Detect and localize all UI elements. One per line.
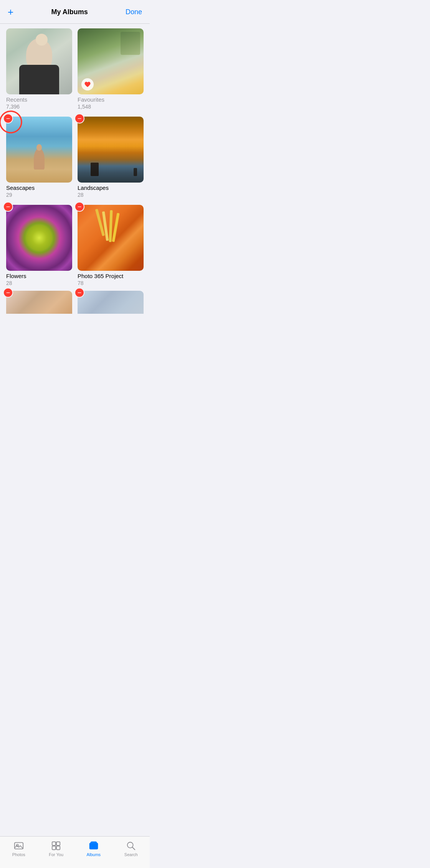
- album-thumbnail-landscapes: [78, 117, 144, 183]
- page-title: My Albums: [51, 8, 88, 16]
- delete-button-photo365[interactable]: −: [74, 202, 84, 212]
- delete-button-partial-right[interactable]: −: [74, 288, 84, 298]
- album-count-favourites: 1,548: [78, 104, 144, 110]
- album-photo365[interactable]: − Photo 365 Project 78: [78, 205, 144, 291]
- add-button[interactable]: +: [8, 6, 13, 18]
- search-icon: [126, 840, 136, 851]
- svg-rect-4: [56, 842, 60, 845]
- album-name-landscapes: Landscapes: [78, 184, 144, 191]
- album-count-landscapes: 28: [78, 192, 144, 198]
- tab-albums-label: Albums: [86, 852, 101, 857]
- svg-rect-1: [15, 843, 23, 849]
- tab-photos-label: Photos: [12, 852, 25, 857]
- album-count-seascapes: 29: [6, 192, 72, 198]
- album-name-flowers: Flowers: [6, 273, 72, 279]
- album-count-recents: 7,396: [6, 104, 72, 110]
- albums-grid: Recents 7,396 Favourites 1,548 −: [0, 24, 150, 291]
- album-thumb-partial-left: [6, 291, 72, 314]
- delete-button-flowers[interactable]: −: [3, 202, 13, 212]
- album-name-favourites: Favourites: [78, 96, 144, 103]
- album-name-seascapes: Seascapes: [6, 184, 72, 191]
- album-partial-left[interactable]: −: [6, 291, 72, 314]
- album-flowers[interactable]: − Flowers 28: [6, 205, 72, 291]
- heart-badge-favourites: [81, 78, 94, 91]
- album-thumbnail-favourites: [78, 28, 144, 94]
- album-count-flowers: 28: [6, 280, 72, 286]
- done-button[interactable]: Done: [126, 8, 142, 16]
- album-partial-right[interactable]: −: [78, 291, 144, 314]
- album-name-recents: Recents: [6, 96, 72, 103]
- album-thumbnail-seascapes: [6, 117, 72, 183]
- albums-icon: [88, 840, 99, 851]
- tab-photos[interactable]: Photos: [3, 840, 34, 857]
- photos-icon: [13, 840, 24, 851]
- album-count-photo365: 78: [78, 280, 144, 286]
- album-recents[interactable]: Recents 7,396: [6, 28, 72, 114]
- album-favourites[interactable]: Favourites 1,548: [78, 28, 144, 114]
- album-thumbnail-recents: [6, 28, 72, 94]
- svg-line-12: [132, 847, 135, 850]
- tab-for-you-label: For You: [49, 852, 63, 857]
- header: + My Albums Done: [0, 0, 150, 24]
- delete-button-seascapes[interactable]: −: [3, 114, 13, 124]
- tab-bar: Photos For You Albums: [0, 836, 150, 868]
- tab-for-you[interactable]: For You: [41, 840, 71, 857]
- album-landscapes[interactable]: − Landscapes 28: [78, 117, 144, 203]
- tab-albums[interactable]: Albums: [78, 840, 109, 857]
- for-you-icon: [51, 840, 61, 851]
- delete-button-landscapes[interactable]: −: [74, 114, 84, 124]
- album-name-photo365: Photo 365 Project: [78, 273, 144, 279]
- svg-rect-6: [56, 846, 60, 850]
- svg-rect-10: [91, 841, 96, 842]
- partial-albums-row: − −: [0, 291, 150, 314]
- delete-button-partial-left[interactable]: −: [3, 288, 13, 298]
- album-thumbnail-flowers: [6, 205, 72, 271]
- album-thumbnail-photo365: [78, 205, 144, 271]
- album-seascapes[interactable]: − Seascapes 29: [6, 117, 72, 203]
- svg-rect-5: [52, 846, 56, 850]
- tab-search-label: Search: [124, 852, 138, 857]
- tab-search[interactable]: Search: [116, 840, 146, 857]
- album-thumb-partial-right: [78, 291, 144, 314]
- svg-rect-3: [52, 842, 56, 845]
- svg-rect-8: [89, 843, 98, 850]
